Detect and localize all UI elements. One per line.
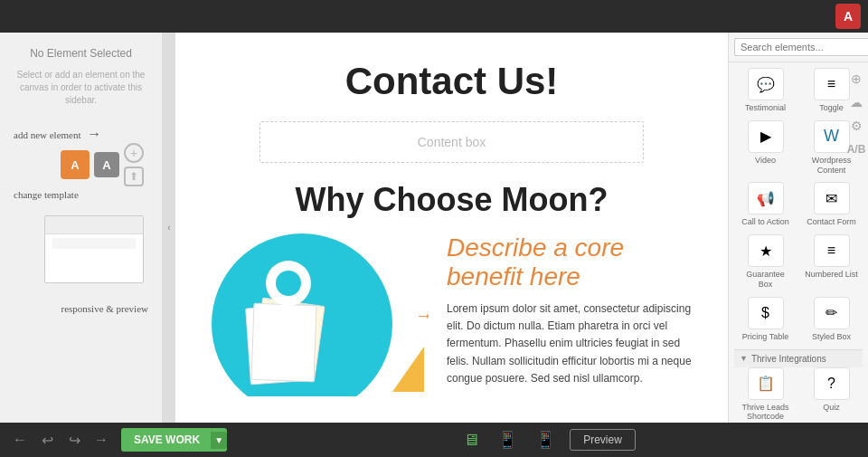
top-bar: A — [0, 0, 868, 33]
element-row-4: ★ Guarantee Box ≡ Numbered List — [734, 234, 863, 290]
styled-box-icon: ✏ — [814, 297, 850, 329]
preview-button[interactable]: Preview — [570, 429, 636, 451]
forward-button[interactable]: → — [90, 429, 112, 451]
triangle-decoration — [392, 347, 424, 392]
canvas: Contact Us! Content box Why Choose Moon? — [175, 33, 728, 423]
section-label: Thrive Integrations — [751, 354, 826, 364]
element-cta[interactable]: 📢 Call to Action — [739, 182, 793, 227]
main-area: No Element Selected Select or add an ele… — [0, 33, 868, 423]
search-bar: × — [729, 33, 868, 62]
left-sidebar-title: No Element Selected — [30, 47, 132, 60]
contact-title: Contact Us! — [345, 60, 559, 103]
quiz-icon: ? — [814, 367, 850, 400]
canvas-inner: Contact Us! Content box Why Choose Moon? — [175, 33, 728, 414]
annotation-responsive: responsive & preview — [61, 302, 148, 315]
why-choose-title: Why Choose Moon? — [296, 181, 609, 219]
annotation-change-template: change template — [14, 188, 79, 201]
styled-box-label: Styled Box — [812, 332, 851, 342]
testimonial-icon: 💬 — [748, 68, 784, 100]
collapse-handle[interactable]: ‹ — [163, 33, 175, 423]
element-row-2: ▶ Video W Wordpress Content — [734, 120, 863, 176]
save-dropdown-icon[interactable]: ▼ — [211, 432, 227, 449]
thrive-leads-label: Thrive Leads Shortcode — [739, 403, 793, 423]
pricing-label: Pricing Table — [742, 332, 788, 342]
desktop-view-button[interactable]: 🖥 — [459, 427, 483, 453]
element-row-6: 📋 Thrive Leads Shortcode ? Quiz — [734, 367, 863, 423]
arrow-decoration: → — [415, 305, 429, 326]
left-sidebar-description: Select or add an element on the canvas i… — [9, 69, 153, 107]
annotation-add-element: add new element → — [14, 125, 101, 144]
element-icon-a: A — [61, 150, 90, 179]
undo-button[interactable]: ↩ — [36, 429, 58, 451]
numbered-list-icon: ≡ — [814, 234, 850, 267]
bottom-bar: ← ↩ ↪ → SAVE WORK ▼ 🖥 📱 📱 Preview — [0, 423, 868, 457]
add-icon[interactable]: + — [124, 143, 144, 163]
thrive-integrations-header: ▼ Thrive Integrations — [734, 349, 863, 367]
content-box[interactable]: Content box — [259, 121, 644, 163]
benefit-section: Describe a core benefit here Lorem ipsum… — [447, 233, 692, 387]
toggle-label: Toggle — [819, 103, 844, 113]
doc-stack — [230, 297, 338, 387]
element-contact-form[interactable]: ✉ Contact Form — [805, 182, 859, 227]
element-row-1: 💬 Testimonial ≡ Toggle — [734, 68, 863, 113]
cloud-icon[interactable]: ☁ — [846, 92, 866, 112]
guarantee-label: Guarantee Box — [739, 270, 793, 290]
mobile-view-button[interactable]: 📱 — [532, 426, 559, 453]
element-testimonial[interactable]: 💬 Testimonial — [739, 68, 793, 113]
circle-small — [266, 261, 311, 306]
right-sidebar: × ⊕ ☁ ⚙ A/B 💬 Testimonial ≡ Toggle — [728, 33, 868, 423]
add-element-icon[interactable]: ⊕ — [846, 69, 866, 89]
testimonial-label: Testimonial — [745, 103, 786, 113]
bottom-section: → Describe a core benefit here Lorem ips… — [212, 233, 692, 396]
element-icon-dark: A — [94, 152, 119, 177]
redo-button[interactable]: ↪ — [63, 429, 85, 451]
element-pricing[interactable]: $ Pricing Table — [739, 297, 793, 342]
thrive-leads-icon: 📋 — [748, 367, 784, 400]
contact-form-icon: ✉ — [814, 182, 850, 214]
quiz-label: Quiz — [823, 403, 840, 413]
cta-label: Call to Action — [741, 217, 789, 227]
benefit-title: Describe a core benefit here — [447, 233, 692, 291]
contact-form-label: Contact Form — [807, 217, 856, 227]
numbered-list-label: Numbered List — [805, 270, 858, 280]
tablet-view-button[interactable]: 📱 — [494, 426, 521, 453]
cta-icon: 📢 — [748, 182, 784, 214]
pricing-icon: $ — [748, 297, 784, 329]
guarantee-icon: ★ — [748, 234, 784, 267]
element-icons: A A + ⬆ — [61, 143, 144, 186]
right-action-icons: ⊕ ☁ ⚙ A/B — [844, 65, 868, 163]
element-thrive-leads[interactable]: 📋 Thrive Leads Shortcode — [739, 367, 793, 423]
element-row-5: $ Pricing Table ✏ Styled Box — [734, 297, 863, 342]
upload-icon[interactable]: ⬆ — [124, 167, 144, 186]
element-guarantee[interactable]: ★ Guarantee Box — [739, 234, 793, 290]
element-numbered-list[interactable]: ≡ Numbered List — [805, 234, 859, 290]
gear-icon[interactable]: ⚙ — [846, 116, 866, 136]
save-work-button[interactable]: SAVE WORK ▼ — [121, 428, 227, 452]
section-arrow-icon: ▼ — [740, 354, 748, 363]
illustration: → — [212, 233, 429, 396]
undo-redo-group: ← ↩ ↪ → — [9, 429, 112, 451]
viewport-controls: 🖥 📱 📱 Preview — [236, 426, 859, 453]
save-label: SAVE WORK — [134, 433, 200, 446]
search-input[interactable] — [734, 38, 868, 56]
doc-paper-3 — [251, 303, 317, 382]
element-quiz[interactable]: ? Quiz — [805, 367, 859, 423]
ab-icon[interactable]: A/B — [846, 139, 866, 159]
element-row-3: 📢 Call to Action ✉ Contact Form — [734, 182, 863, 227]
logo: A — [835, 4, 861, 29]
video-label: Video — [755, 156, 776, 166]
element-styled-box[interactable]: ✏ Styled Box — [805, 297, 859, 342]
element-video[interactable]: ▶ Video — [739, 120, 793, 176]
left-sidebar: No Element Selected Select or add an ele… — [0, 33, 163, 423]
element-action-icons[interactable]: + ⬆ — [124, 143, 144, 186]
gear-decoration — [276, 271, 301, 296]
template-preview — [44, 215, 144, 283]
back-button[interactable]: ← — [9, 429, 31, 451]
benefit-text: Lorem ipsum dolor sit amet, consectetur … — [447, 300, 692, 387]
video-icon: ▶ — [748, 120, 784, 153]
